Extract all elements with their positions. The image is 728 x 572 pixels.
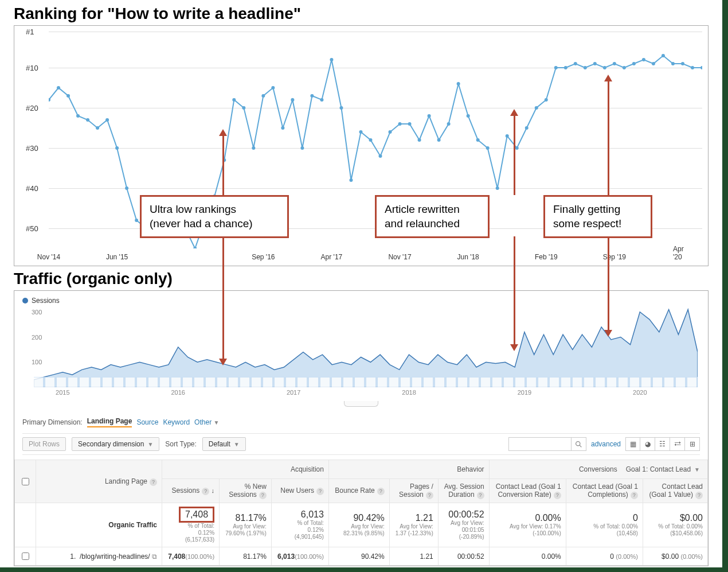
dim-landing-page[interactable]: Landing Page	[87, 417, 132, 427]
select-all-checkbox[interactable]	[22, 478, 29, 485]
timeline-scrubber[interactable]	[34, 377, 698, 387]
svg-point-4	[86, 118, 89, 122]
data-table: Landing Page? Acquisition Behavior Conve…	[14, 460, 708, 566]
svg-point-68	[576, 441, 580, 445]
help-icon[interactable]: ?	[477, 492, 484, 499]
svg-point-64	[671, 62, 675, 65]
x-tick: Apr '17	[321, 253, 343, 261]
help-icon[interactable]: ?	[259, 492, 267, 499]
col-pct-new[interactable]: % New Sessions?	[220, 479, 272, 503]
svg-point-59	[623, 66, 626, 69]
help-icon[interactable]: ?	[377, 488, 385, 495]
chevron-down-icon: ▼	[213, 419, 219, 426]
annotation-rewritten: Article rewritten and relaunched	[375, 195, 490, 238]
table-row[interactable]: 1. /blog/writing-headlines/ ⧉ 7,408(100.…	[15, 547, 708, 566]
svg-point-41	[447, 122, 451, 126]
landing-page-link[interactable]: /blog/writing-headlines/	[80, 552, 150, 561]
view-pivot-icon[interactable]: ⊞	[685, 437, 700, 451]
svg-point-42	[457, 82, 460, 85]
col-goal-val[interactable]: Contact Lead (Goal 1 Value)?	[643, 479, 707, 503]
help-icon[interactable]: ?	[202, 488, 209, 495]
row-checkbox[interactable]	[22, 552, 29, 560]
table-search-input[interactable]	[508, 437, 572, 451]
svg-point-38	[418, 138, 421, 142]
dim-source[interactable]: Source	[136, 418, 158, 426]
arrow-icon	[608, 236, 609, 331]
svg-point-8	[125, 186, 128, 190]
svg-point-22	[261, 94, 265, 98]
view-bars-icon[interactable]: ☷	[655, 437, 670, 451]
col-goal-rate[interactable]: Contact Lead (Goal 1 Conversion Rate)?	[489, 479, 566, 503]
secondary-dimension-select[interactable]: Secondary dimension▼	[72, 437, 159, 451]
col-duration[interactable]: Avg. Session Duration?	[438, 479, 489, 503]
traffic-area	[34, 307, 698, 387]
col-landing-page[interactable]: Landing Page	[105, 477, 147, 485]
summary-label: Organic Traffic	[36, 503, 162, 547]
help-icon[interactable]: ?	[631, 492, 638, 499]
help-icon[interactable]: ?	[150, 478, 157, 486]
x-tick: Sep '19	[603, 253, 626, 261]
col-goal-comp[interactable]: Contact Lead (Goal 1 Completions)?	[566, 479, 643, 503]
svg-point-62	[652, 62, 655, 65]
col-sessions[interactable]: Sessions? ↓	[162, 479, 220, 503]
svg-point-2	[66, 94, 70, 98]
help-icon[interactable]: ?	[554, 492, 561, 499]
arrow-icon	[514, 115, 515, 195]
sort-type-select[interactable]: Default▼	[202, 437, 246, 451]
plot-rows-button[interactable]: Plot Rows	[22, 437, 66, 451]
x-tick: 2016	[171, 389, 185, 396]
svg-point-57	[603, 66, 606, 69]
primary-dimension-row: Primary Dimension: Landing Page Source K…	[22, 417, 700, 427]
svg-point-29	[330, 58, 333, 61]
svg-point-65	[681, 62, 684, 65]
svg-point-40	[437, 138, 441, 142]
x-tick: 2020	[633, 389, 647, 396]
svg-point-7	[115, 146, 119, 150]
y-tick: #50	[26, 224, 38, 233]
svg-point-51	[545, 98, 548, 102]
svg-point-63	[662, 54, 665, 57]
help-icon[interactable]: ?	[426, 492, 433, 499]
ranking-title: Ranking for "How to write a headline"	[14, 5, 709, 23]
svg-point-6	[105, 118, 109, 122]
view-pie-icon[interactable]: ◕	[640, 437, 655, 451]
y-tick: #10	[26, 64, 38, 72]
view-table-icon[interactable]: ▦	[625, 437, 640, 451]
sort-desc-icon: ↓	[212, 487, 215, 494]
legend-dot-icon	[22, 298, 28, 303]
svg-point-48	[515, 146, 519, 150]
dim-keyword[interactable]: Keyword	[163, 418, 190, 426]
goal-selector[interactable]: Goal 1: Contact Lead ▼	[623, 464, 703, 475]
search-icon[interactable]	[572, 437, 586, 451]
arrow-icon	[514, 236, 515, 345]
expand-handle[interactable]	[344, 401, 378, 407]
col-pages[interactable]: Pages / Session?	[389, 479, 438, 503]
svg-point-55	[584, 66, 587, 69]
summary-row: Organic Traffic 7,408% of Total: 0.12% (…	[15, 503, 708, 547]
svg-point-28	[320, 98, 323, 102]
svg-point-50	[535, 106, 538, 110]
chevron-down-icon: ▼	[694, 466, 700, 473]
svg-point-56	[593, 62, 597, 65]
svg-point-53	[564, 66, 567, 69]
view-compare-icon[interactable]: ⮂	[670, 437, 685, 451]
sort-type-label: Sort Type:	[165, 440, 196, 448]
open-link-icon[interactable]: ⧉	[152, 552, 157, 561]
svg-point-35	[389, 130, 392, 134]
svg-point-33	[369, 138, 372, 142]
help-icon[interactable]: ?	[695, 492, 703, 499]
col-bounce[interactable]: Bounce Rate?	[328, 479, 389, 503]
col-new-users[interactable]: New Users?	[271, 479, 328, 503]
svg-point-67	[700, 66, 702, 69]
help-icon[interactable]: ?	[316, 488, 324, 495]
svg-point-9	[135, 219, 138, 222]
svg-point-43	[467, 114, 470, 118]
advanced-link[interactable]: advanced	[591, 440, 621, 448]
svg-point-60	[632, 62, 636, 65]
chevron-down-icon: ▼	[234, 441, 240, 448]
svg-point-58	[613, 62, 616, 65]
svg-point-49	[525, 126, 529, 130]
svg-point-39	[428, 114, 431, 118]
dim-other[interactable]: Other ▼	[194, 418, 219, 426]
svg-point-23	[271, 86, 275, 90]
